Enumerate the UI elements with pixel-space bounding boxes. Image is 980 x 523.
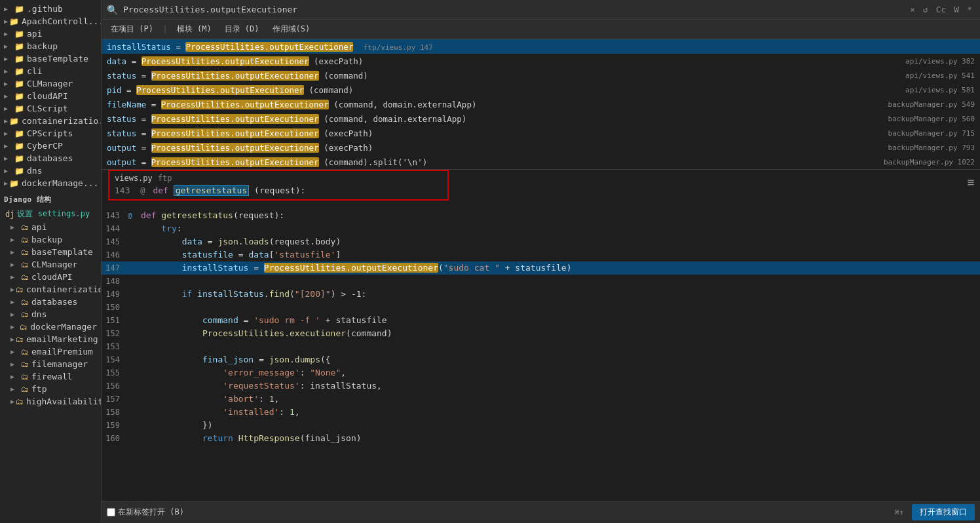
- right-bar: ≡: [962, 170, 980, 501]
- result-row[interactable]: status = ProcessUtilities.outputExecutio…: [102, 68, 980, 83]
- list-view-icon[interactable]: ≡: [968, 175, 975, 189]
- sidebar-item-emailpremium[interactable]: ▶ 🗂 emailPremium: [0, 345, 101, 358]
- sidebar-item-label: containerization: [26, 284, 102, 294]
- folder-icon: 🗂: [21, 360, 29, 369]
- sidebar-item-cpscripts[interactable]: ▶ 📁 CPScripts: [0, 127, 101, 140]
- result-code: installStatus = ProcessUtilities.outputE…: [107, 42, 975, 52]
- folder-icon: 📁: [14, 166, 24, 176]
- sidebar-item-databases2[interactable]: ▶ 🗂 databases: [0, 296, 101, 308]
- w-button[interactable]: W: [951, 3, 962, 16]
- sidebar-item-dockermanager[interactable]: ▶ 📁 dockerManage...: [0, 177, 101, 189]
- sidebar-item-basetemplate2[interactable]: ▶ 🗂 baseTemplate: [0, 246, 101, 258]
- arrow-icon: ▶: [10, 385, 20, 393]
- code-line-149: 149 if installStatus.find("[200]") > -1:: [102, 288, 980, 301]
- sidebar-item-dockermanager2[interactable]: ▶ 🗂 dockerManager: [0, 320, 101, 333]
- sidebar-item-label: dockerManager: [30, 322, 97, 332]
- cc-button[interactable]: Cc: [933, 3, 949, 16]
- sidebar-item-label: .github: [27, 4, 63, 14]
- sidebar-item-api2[interactable]: ▶ 🗂 api: [0, 221, 101, 233]
- folder-icon: 🗂: [21, 347, 29, 357]
- new-tab-checkbox-input[interactable]: [107, 508, 115, 516]
- sidebar-item-highavailability[interactable]: ▶ 🗂 highAvailability: [0, 395, 101, 408]
- sidebar-item-filemanager[interactable]: ▶ 🗂 filemanager: [0, 358, 101, 370]
- preview-pane: views.py ftp 143 @ def getresetstatus (r…: [102, 170, 980, 501]
- folder-icon: 🗂: [21, 235, 29, 244]
- filter-project[interactable]: 在项目 (P): [107, 22, 157, 36]
- sidebar-item-dns[interactable]: ▶ 📁 dns: [0, 165, 101, 177]
- sidebar-item-clmanager[interactable]: ▶ 📁 CLManager: [0, 77, 101, 90]
- arrow-icon: ▶: [10, 261, 20, 268]
- sidebar-item-basetemplate[interactable]: ▶ 📁 baseTemplate: [0, 52, 101, 65]
- result-row[interactable]: output = ProcessUtilities.outputExecutio…: [102, 155, 980, 169]
- star-button[interactable]: *: [964, 3, 975, 16]
- sidebar-item-backup2[interactable]: ▶ 🗂 backup: [0, 233, 101, 246]
- open-find-window-button[interactable]: 打开查找窗口: [912, 504, 975, 520]
- result-code: output = ProcessUtilities.outputExecutio…: [107, 157, 878, 167]
- sidebar-item-label: filemanager: [31, 359, 88, 369]
- sidebar-item-cli[interactable]: ▶ 📁 cli: [0, 65, 101, 77]
- sidebar-item-firewall[interactable]: ▶ 🗂 firewall: [0, 370, 101, 383]
- result-code: pid = ProcessUtilities.outputExecutioner…: [107, 85, 900, 95]
- sidebar-item-apachcontroll[interactable]: ▶ 📁 ApachControll...: [0, 15, 101, 28]
- result-row[interactable]: pid = ProcessUtilities.outputExecutioner…: [102, 83, 980, 97]
- sidebar-item-label: CyberCP: [27, 141, 63, 151]
- filter-directory[interactable]: 目录 (D): [221, 22, 263, 36]
- code-view[interactable]: 143 @ def getresetstatus(request): 144 t…: [102, 209, 980, 501]
- sidebar-item-containerization[interactable]: ▶ 📁 containerizatio...: [0, 115, 101, 127]
- sidebar-item-clmanager2[interactable]: ▶ 🗂 CLManager: [0, 258, 101, 271]
- arrow-icon: ▶: [4, 155, 13, 162]
- sidebar-item-cloudapi2[interactable]: ▶ 🗂 cloudAPI: [0, 271, 101, 283]
- refresh-button[interactable]: ↺: [920, 3, 931, 16]
- close-button[interactable]: ×: [907, 3, 918, 16]
- arrow-icon: ▶: [4, 30, 13, 37]
- folder-icon: 📁: [14, 104, 24, 113]
- sidebar-item-cloudapi[interactable]: ▶ 📁 cloudAPI: [0, 90, 101, 102]
- sidebar-item-django-settings[interactable]: dj 设置 settings.py: [0, 207, 101, 221]
- filter-module[interactable]: 模块 (M): [173, 22, 216, 36]
- filter-scope[interactable]: 作用域(S): [269, 22, 314, 36]
- code-line-159: 159 }): [102, 419, 980, 432]
- arrow-icon: ▶: [4, 130, 13, 137]
- sidebar-item-ftp[interactable]: ▶ 🗂 ftp: [0, 383, 101, 395]
- result-row[interactable]: status = ProcessUtilities.outputExecutio…: [102, 126, 980, 140]
- sidebar-item-emailmarketing[interactable]: ▶ 🗂 emailMarketing: [0, 333, 101, 345]
- sidebar-item-label: dns: [27, 166, 42, 176]
- folder-icon: 🗂: [21, 248, 29, 257]
- result-row[interactable]: status = ProcessUtilities.outputExecutio…: [102, 111, 980, 126]
- result-row[interactable]: data = ProcessUtilities.outputExecutione…: [102, 54, 980, 68]
- dj-label: dj: [5, 210, 14, 219]
- sidebar-item-databases[interactable]: ▶ 📁 databases: [0, 152, 101, 165]
- preview-ftp: ftp: [158, 174, 172, 183]
- result-row[interactable]: fileName = ProcessUtilities.outputExecut…: [102, 97, 980, 111]
- arrow-icon: ▶: [10, 336, 14, 343]
- preview-linenum: 143: [115, 185, 130, 195]
- result-row[interactable]: installStatus = ProcessUtilities.outputE…: [102, 39, 980, 54]
- code-line-148: 148: [102, 275, 980, 288]
- code-line-158: 158 'installed': 1,: [102, 406, 980, 419]
- sidebar-item-backup[interactable]: ▶ 📁 backup: [0, 40, 101, 52]
- arrow-icon: ▶: [4, 180, 8, 187]
- sidebar-item-api[interactable]: ▶ 📁 api: [0, 28, 101, 40]
- preview-box-header: views.py ftp: [115, 174, 442, 183]
- code-line-154: 154 final_json = json.dumps({: [102, 353, 980, 366]
- result-file: backupManager.py 549: [888, 100, 975, 109]
- code-line-143: 143 @ def getresetstatus(request):: [102, 209, 980, 222]
- folder-icon: 📁: [14, 5, 24, 14]
- code-line-160: 160 return HttpResponse(final_json): [102, 432, 980, 445]
- sidebar-item-cybercp[interactable]: ▶ 📁 CyberCP: [0, 140, 101, 152]
- result-row[interactable]: output = ProcessUtilities.outputExecutio…: [102, 140, 980, 155]
- sidebar-item-dns2[interactable]: ▶ 🗂 dns: [0, 308, 101, 320]
- arrow-icon: ▶: [10, 286, 14, 293]
- preview-filename: views.py: [115, 174, 153, 183]
- folder-icon: 🗂: [16, 397, 24, 406]
- sidebar-item-github[interactable]: ▶ 📁 .github: [0, 3, 101, 15]
- arrow-icon: ▶: [10, 360, 20, 368]
- new-tab-checkbox[interactable]: 在新标签打开 (B): [107, 507, 184, 518]
- sidebar-item-label: backup: [27, 41, 58, 51]
- folder-icon: 📁: [14, 79, 24, 88]
- sidebar-item-label: cloudAPI: [31, 272, 73, 282]
- result-file: ftp/views.py 147: [364, 43, 433, 52]
- sidebar-item-containerization2[interactable]: ▶ 🗂 containerization: [0, 283, 101, 296]
- sidebar-item-clscript[interactable]: ▶ 📁 CLScript: [0, 102, 101, 115]
- result-file: backupManager.py 715: [888, 129, 975, 138]
